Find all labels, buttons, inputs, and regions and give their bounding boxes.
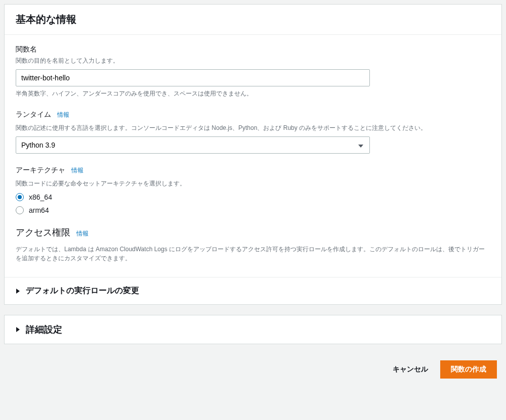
function-name-label: 関数名 [16, 45, 490, 54]
function-name-field: 関数名 関数の目的を名前として入力します。 半角英数字、ハイフン、アンダースコア… [16, 45, 490, 98]
architecture-help: 関数コードに必要な命令セットアーキテクチャを選択します。 [16, 179, 490, 188]
advanced-settings-panel: 詳細設定 [4, 315, 502, 344]
basic-info-title: 基本的な情報 [16, 13, 490, 26]
caret-right-icon [16, 327, 21, 332]
cancel-button[interactable]: キャンセル [391, 361, 430, 378]
architecture-radio-group: x86_64 arm64 [16, 193, 490, 214]
function-name-input[interactable] [16, 69, 370, 86]
architecture-label: アーキテクチャ [16, 166, 65, 175]
architecture-option-label: arm64 [29, 206, 49, 214]
architecture-info-link[interactable]: 情報 [71, 166, 83, 175]
caret-right-icon [16, 289, 21, 294]
change-role-label: デフォルトの実行ロールの変更 [26, 286, 139, 296]
radio-icon [16, 193, 24, 201]
runtime-select[interactable]: Python 3.9 [16, 136, 370, 154]
advanced-settings-expander[interactable]: 詳細設定 [5, 315, 501, 344]
permissions-title: アクセス権限 [16, 226, 70, 239]
architecture-radio-arm64[interactable]: arm64 [16, 206, 490, 214]
runtime-info-link[interactable]: 情報 [57, 111, 69, 119]
architecture-radio-x86_64[interactable]: x86_64 [16, 193, 490, 201]
radio-icon [16, 206, 24, 214]
runtime-selected-value: Python 3.9 [21, 141, 55, 149]
runtime-label: ランタイム [16, 110, 51, 119]
advanced-settings-title: 詳細設定 [26, 323, 62, 336]
architecture-option-label: x86_64 [29, 193, 52, 201]
permissions-help: デフォルトでは、Lambda は Amazon CloudWatch Logs … [16, 245, 490, 263]
function-name-help: 関数の目的を名前として入力します。 [16, 56, 490, 65]
function-name-constraint: 半角英数字、ハイフン、アンダースコアのみを使用でき、スペースは使用できません。 [16, 89, 490, 98]
form-footer: キャンセル 関数の作成 [4, 354, 502, 385]
architecture-field: アーキテクチャ 情報 関数コードに必要な命令セットアーキテクチャを選択します。 … [16, 166, 490, 214]
runtime-field: ランタイム 情報 関数の記述に使用する言語を選択します。コンソールコードエディタ… [16, 110, 490, 154]
create-function-button[interactable]: 関数の作成 [440, 360, 497, 379]
runtime-help: 関数の記述に使用する言語を選択します。コンソールコードエディタは Node.js… [16, 123, 490, 132]
permissions-section: アクセス権限 情報 デフォルトでは、Lambda は Amazon CloudW… [16, 226, 490, 263]
basic-info-header: 基本的な情報 [5, 5, 501, 35]
basic-info-body: 関数名 関数の目的を名前として入力します。 半角英数字、ハイフン、アンダースコア… [5, 35, 501, 277]
change-role-expander[interactable]: デフォルトの実行ロールの変更 [5, 277, 501, 304]
basic-info-panel: 基本的な情報 関数名 関数の目的を名前として入力します。 半角英数字、ハイフン、… [4, 4, 502, 305]
permissions-info-link[interactable]: 情報 [76, 229, 89, 238]
chevron-down-icon [358, 141, 363, 149]
